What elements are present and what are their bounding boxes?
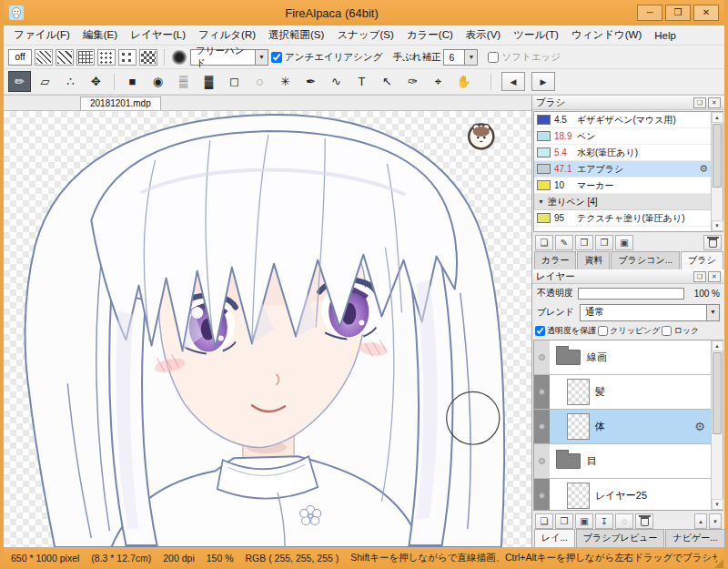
- scroll-up-icon[interactable]: ▲: [712, 112, 723, 123]
- layer-row[interactable]: レイヤー25: [534, 479, 711, 510]
- edit-brush-button[interactable]: ✎: [555, 235, 573, 250]
- lasso-tool-button[interactable]: ◌: [248, 71, 271, 92]
- layer-row-selected[interactable]: 体 ⚙: [534, 410, 711, 444]
- gradient-fg-tool-button[interactable]: ▓: [197, 71, 220, 92]
- tab-brush-preview[interactable]: ブラシプレビュー: [576, 529, 665, 547]
- menu-filter[interactable]: フィルタ(R): [192, 26, 262, 44]
- protect-alpha-checkbox[interactable]: [535, 326, 545, 336]
- tab-brush[interactable]: ブラシ: [681, 251, 723, 269]
- menu-select[interactable]: 選択範囲(S): [262, 26, 330, 44]
- brush-item[interactable]: 95 テクスチャ塗り(筆圧あり): [534, 210, 711, 227]
- menu-color[interactable]: カラー(C): [400, 26, 460, 44]
- merge-layer-button[interactable]: ↧: [595, 513, 613, 529]
- visibility-dot-icon[interactable]: [539, 458, 545, 464]
- select-pen-tool-button[interactable]: ✒: [299, 71, 322, 92]
- layer-row-folder[interactable]: 目: [534, 444, 711, 479]
- tab-navigator[interactable]: ナビゲー...: [665, 529, 724, 547]
- tone-grid-button[interactable]: [76, 49, 95, 66]
- move-tool-button[interactable]: ✥: [85, 71, 107, 92]
- gear-icon[interactable]: ⚙: [694, 420, 705, 433]
- minimize-button[interactable]: ─: [637, 5, 662, 21]
- lock-checkbox[interactable]: [662, 326, 672, 336]
- load-brush-button[interactable]: ❒: [575, 235, 593, 250]
- brush-item-selected[interactable]: 47.1 エアブラシ ⚙: [534, 161, 711, 178]
- eyedropper-tool-button[interactable]: ⌖: [427, 71, 450, 92]
- dot-pen-tool-button[interactable]: ∴: [59, 71, 82, 92]
- titlebar[interactable]: FireAlpaca (64bit) ─ ❐ ✕: [4, 0, 724, 25]
- pen-tool-button[interactable]: ✑: [401, 71, 424, 92]
- menu-help[interactable]: Help: [648, 28, 682, 43]
- visibility-dot-icon[interactable]: [539, 354, 545, 361]
- menu-layer[interactable]: レイヤー(L): [124, 26, 192, 44]
- canvas[interactable]: [4, 111, 531, 547]
- visibility-dot-icon[interactable]: [539, 389, 545, 395]
- menu-edit[interactable]: 編集(E): [76, 26, 124, 44]
- brush-tool-button[interactable]: ✏: [8, 71, 31, 92]
- brush-item[interactable]: 10 マーカー: [534, 178, 711, 194]
- duplicate-layer-button[interactable]: ▣: [575, 513, 593, 529]
- operation-tool-button[interactable]: ↖: [376, 71, 399, 92]
- stabilizer-dropdown[interactable]: 6 ▼: [443, 49, 478, 66]
- blend-dropdown[interactable]: 通常 ▼: [580, 304, 720, 321]
- visibility-dot-icon[interactable]: [539, 423, 545, 430]
- brush-list-scrollbar[interactable]: ▲ ▼: [711, 112, 723, 231]
- prev-canvas-button[interactable]: ◀: [501, 72, 525, 91]
- brush-item[interactable]: 5.4 水彩(筆圧あり): [534, 145, 711, 161]
- new-layer-button[interactable]: ❏: [535, 513, 553, 529]
- tone-stripe-dense-button[interactable]: [56, 49, 74, 66]
- close-button[interactable]: ✕: [693, 5, 719, 21]
- close-panel-button[interactable]: ✕: [708, 97, 721, 108]
- stroke-mode-dropdown[interactable]: フリーハンド ▼: [190, 49, 268, 66]
- tone-checker-button[interactable]: [139, 49, 157, 66]
- brush-item[interactable]: 18.9 ペン: [534, 128, 711, 145]
- new-brush-button[interactable]: ❏: [535, 235, 553, 250]
- clipping-checkbox[interactable]: [598, 326, 608, 336]
- layer-row[interactable]: 髪: [534, 375, 711, 410]
- scroll-down-icon[interactable]: ▼: [712, 499, 723, 510]
- tone-stripe-button[interactable]: [35, 49, 53, 66]
- close-panel-button[interactable]: ✕: [708, 271, 721, 282]
- brush-folder-button[interactable]: ❐: [595, 235, 613, 250]
- blur-tool-button[interactable]: ◉: [147, 71, 169, 92]
- new-folder-button[interactable]: ❐: [555, 513, 573, 529]
- fill-rect-tool-button[interactable]: ■: [121, 71, 144, 92]
- brush-item[interactable]: 4.5 ギザギザペン(マウス用): [534, 112, 711, 128]
- tone-off-button[interactable]: off: [8, 49, 32, 66]
- gradient-tool-button[interactable]: ▒: [172, 71, 195, 92]
- next-canvas-button[interactable]: ▶: [531, 72, 555, 91]
- float-panel-button[interactable]: ❏: [693, 97, 706, 108]
- menu-file[interactable]: ファイル(F): [7, 26, 76, 44]
- delete-brush-button[interactable]: [703, 235, 722, 250]
- scroll-thumb[interactable]: [713, 352, 722, 434]
- brush-shape-button[interactable]: [171, 50, 187, 65]
- layer-up-button[interactable]: ▲: [694, 513, 707, 529]
- eraser-tool-button[interactable]: ▱: [34, 71, 56, 92]
- tab-layer[interactable]: レイ...: [534, 529, 575, 547]
- curve-tool-button[interactable]: ∿: [325, 71, 348, 92]
- layer-list-scrollbar[interactable]: ▲ ▼: [711, 340, 723, 510]
- float-panel-button[interactable]: ❏: [693, 271, 706, 282]
- select-rect-tool-button[interactable]: ◻: [223, 71, 246, 92]
- scroll-down-icon[interactable]: ▼: [712, 220, 723, 231]
- scroll-up-icon[interactable]: ▲: [712, 340, 723, 351]
- maximize-button[interactable]: ❐: [665, 5, 691, 21]
- resize-grip[interactable]: [714, 559, 723, 568]
- text-tool-button[interactable]: T: [350, 71, 373, 92]
- duplicate-brush-button[interactable]: ▣: [615, 235, 633, 250]
- tab-color[interactable]: カラー: [534, 251, 576, 269]
- delete-layer-button[interactable]: [635, 513, 653, 529]
- menu-window[interactable]: ウィンドウ(W): [565, 26, 648, 44]
- clear-layer-button[interactable]: ◌: [615, 513, 633, 529]
- brush-group-header[interactable]: ▼ 塗りペン [4]: [534, 194, 711, 210]
- soft-edge-checkbox[interactable]: [488, 52, 499, 63]
- scroll-thumb[interactable]: [713, 124, 722, 188]
- menu-view[interactable]: 表示(V): [460, 26, 507, 44]
- layer-down-button[interactable]: ▼: [709, 513, 722, 529]
- antialias-checkbox[interactable]: [271, 52, 282, 63]
- layer-row-folder[interactable]: 線画: [534, 340, 711, 375]
- gear-icon[interactable]: ⚙: [699, 163, 708, 175]
- canvas-tab[interactable]: 20181201.mdp: [80, 97, 161, 110]
- visibility-dot-icon[interactable]: [539, 493, 545, 499]
- tab-reference[interactable]: 資料: [577, 251, 610, 269]
- menu-snap[interactable]: スナップ(S): [330, 26, 399, 44]
